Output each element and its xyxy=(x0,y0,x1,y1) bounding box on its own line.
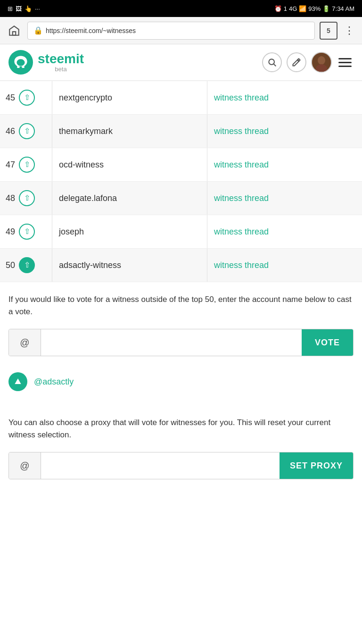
search-button[interactable] xyxy=(262,52,282,72)
witness-rank: 45 ⇧ xyxy=(0,81,52,114)
network-type: 4G xyxy=(289,5,297,12)
avatar-button[interactable] xyxy=(311,52,332,73)
url-bar[interactable]: 🔒 https://steemit.com/~witnesses xyxy=(27,22,315,40)
logo-area: steemit beta xyxy=(8,50,262,75)
status-right-info: ⏰ 1 4G 📶 93% 🔋 7:34 AM xyxy=(274,5,354,12)
lock-icon: 🔒 xyxy=(33,26,43,35)
menu-line-3 xyxy=(338,66,352,67)
svg-point-1 xyxy=(269,59,274,65)
vote-button[interactable]: VOTE xyxy=(302,329,353,356)
svg-line-2 xyxy=(274,64,276,67)
witness-row: 45 ⇧ nextgencrypto witness thread xyxy=(0,81,362,115)
witness-thread-link[interactable]: witness thread xyxy=(207,215,362,248)
upvote-arrow-icon: ⇧ xyxy=(24,161,30,168)
witness-name: themarkymark xyxy=(52,115,207,148)
compose-button[interactable] xyxy=(287,52,306,72)
tab-count-button[interactable]: 5 xyxy=(320,22,337,40)
witness-name: nextgencrypto xyxy=(52,81,207,114)
voted-upvote-icon[interactable] xyxy=(8,372,27,391)
at-sign-label: @ xyxy=(9,329,41,356)
upvote-button[interactable]: ⇧ xyxy=(19,123,35,139)
witness-row: 50 ⇧ adsactly-witness witness thread xyxy=(0,249,362,282)
witness-thread-link[interactable]: witness thread xyxy=(207,249,362,282)
upvote-button[interactable]: ⇧ xyxy=(19,90,35,106)
witness-row: 47 ⇧ ocd-witness witness thread xyxy=(0,148,362,182)
upvote-button[interactable]: ⇧ xyxy=(19,224,35,240)
battery-level: 93% xyxy=(308,5,321,12)
alarm-icon: ⏰ xyxy=(274,5,282,12)
witness-name: joseph xyxy=(52,215,207,248)
witness-name: ocd-witness xyxy=(52,148,207,181)
browser-bar: 🔒 https://steemit.com/~witnesses 5 ⋮ xyxy=(0,17,362,44)
witness-thread-link[interactable]: witness thread xyxy=(207,182,362,215)
status-bar: ⊞ 🖼 👆 ··· ⏰ 1 4G 📶 93% 🔋 7:34 AM xyxy=(0,0,362,17)
upvote-arrow-icon: ⇧ xyxy=(24,228,30,235)
browser-menu-button[interactable]: ⋮ xyxy=(342,23,356,39)
url-text: https://steemit.com/~witnesses xyxy=(46,27,136,34)
hamburger-menu-button[interactable] xyxy=(337,56,354,69)
voted-username[interactable]: @adsactly xyxy=(34,377,74,387)
voted-section: @adsactly xyxy=(0,368,362,405)
witness-name-input[interactable] xyxy=(41,329,302,356)
logo-text: steemit beta xyxy=(38,52,84,73)
menu-line-1 xyxy=(338,58,352,59)
steemit-logo-icon xyxy=(8,50,33,75)
signal-icon: 📶 xyxy=(299,5,306,12)
svg-point-4 xyxy=(318,56,325,65)
witness-rank: 47 ⇧ xyxy=(0,148,52,181)
witness-row: 46 ⇧ themarkymark witness thread xyxy=(0,115,362,148)
proxy-at-sign-label: @ xyxy=(9,452,41,479)
upvote-arrow-icon: ⇧ xyxy=(24,194,30,202)
menu-line-2 xyxy=(338,62,352,63)
witness-row: 49 ⇧ joseph witness thread xyxy=(0,215,362,249)
header-actions xyxy=(262,52,354,73)
proxy-info-text: You can also choose a proxy that will vo… xyxy=(0,405,362,450)
witness-thread-link[interactable]: witness thread xyxy=(207,115,362,148)
clock: 7:34 AM xyxy=(332,5,354,12)
grid-icon: ⊞ xyxy=(8,5,13,12)
status-left-icons: ⊞ 🖼 👆 ··· xyxy=(8,5,40,12)
upvote-arrow-icon: ⇧ xyxy=(24,261,30,269)
upvote-button[interactable]: ⇧ xyxy=(19,190,35,206)
witness-name: delegate.lafona xyxy=(52,182,207,215)
witness-thread-link[interactable]: witness thread xyxy=(207,81,362,114)
proxy-name-input[interactable] xyxy=(41,452,280,479)
witness-rank: 46 ⇧ xyxy=(0,115,52,148)
site-name: steemit xyxy=(38,52,84,66)
notification-badge: 1 xyxy=(284,5,287,12)
upvote-arrow-icon: ⇧ xyxy=(24,94,30,101)
vote-info-text: If you would like to vote for a witness … xyxy=(0,282,362,327)
witness-name: adsactly-witness xyxy=(52,249,207,282)
upvote-button[interactable]: ⇧ xyxy=(19,257,35,273)
upvote-button[interactable]: ⇧ xyxy=(19,157,35,173)
more-dots-icon: ··· xyxy=(35,5,40,12)
upvote-arrow-icon: ⇧ xyxy=(24,127,30,135)
browser-home-button[interactable] xyxy=(6,22,23,39)
witness-thread-link[interactable]: witness thread xyxy=(207,148,362,181)
proxy-input-row: @ SET PROXY xyxy=(8,452,354,479)
witness-rank: 49 ⇧ xyxy=(0,215,52,248)
witness-list: 45 ⇧ nextgencrypto witness thread 46 ⇧ t… xyxy=(0,81,362,282)
vote-input-row: @ VOTE xyxy=(8,329,354,356)
witness-row: 48 ⇧ delegate.lafona witness thread xyxy=(0,182,362,215)
set-proxy-button[interactable]: SET PROXY xyxy=(280,452,353,479)
image-icon: 🖼 xyxy=(16,5,22,12)
witness-rank: 50 ⇧ xyxy=(0,249,52,282)
witness-rank: 48 ⇧ xyxy=(0,182,52,215)
battery-icon: 🔋 xyxy=(322,5,330,12)
beta-label: beta xyxy=(38,66,84,73)
site-header: steemit beta xyxy=(0,44,362,81)
gesture-icon: 👆 xyxy=(25,5,32,12)
svg-rect-0 xyxy=(13,32,16,35)
